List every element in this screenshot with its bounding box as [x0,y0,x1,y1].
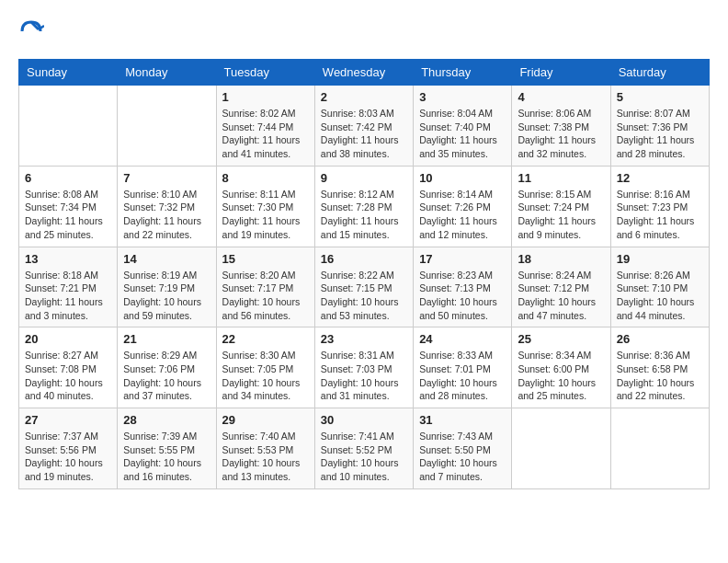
day-info: Sunrise: 8:15 AMSunset: 7:24 PMDaylight:… [518,188,604,242]
day-info: Sunrise: 8:31 AMSunset: 7:03 PMDaylight:… [321,349,407,403]
day-number: 2 [321,90,407,104]
calendar-cell: 15Sunrise: 8:20 AMSunset: 7:17 PMDayligh… [216,247,314,327]
calendar-cell: 22Sunrise: 8:30 AMSunset: 7:05 PMDayligh… [216,327,314,408]
day-number: 10 [419,171,506,185]
day-info: Sunrise: 8:03 AMSunset: 7:42 PMDaylight:… [321,107,407,161]
calendar-cell [610,408,709,489]
day-number: 7 [123,171,210,185]
day-info: Sunrise: 8:07 AMSunset: 7:36 PMDaylight:… [617,107,703,161]
calendar-cell: 5Sunrise: 8:07 AMSunset: 7:36 PMDaylight… [610,86,709,167]
weekday-header-monday: Monday [118,60,216,86]
calendar-cell: 25Sunrise: 8:34 AMSunset: 6:00 PMDayligh… [512,327,610,408]
day-info: Sunrise: 8:18 AMSunset: 7:21 PMDaylight:… [25,269,111,323]
weekday-header-wednesday: Wednesday [314,60,413,86]
calendar-cell: 23Sunrise: 8:31 AMSunset: 7:03 PMDayligh… [314,327,413,408]
page-header [18,18,710,44]
logo [18,18,48,44]
weekday-header-saturday: Saturday [610,60,709,86]
calendar-cell: 19Sunrise: 8:26 AMSunset: 7:10 PMDayligh… [610,247,709,327]
day-number: 29 [222,413,309,427]
day-info: Sunrise: 8:30 AMSunset: 7:05 PMDaylight:… [222,349,309,403]
calendar-cell: 16Sunrise: 8:22 AMSunset: 7:15 PMDayligh… [314,247,413,327]
weekday-header-thursday: Thursday [414,60,512,86]
calendar-cell: 2Sunrise: 8:03 AMSunset: 7:42 PMDaylight… [314,86,413,167]
day-info: Sunrise: 8:34 AMSunset: 6:00 PMDaylight:… [518,349,604,403]
day-number: 24 [419,332,506,346]
day-number: 26 [617,332,703,346]
logo-icon [18,18,44,44]
day-number: 20 [25,332,111,346]
calendar-cell: 14Sunrise: 8:19 AMSunset: 7:19 PMDayligh… [118,247,216,327]
day-info: Sunrise: 8:11 AMSunset: 7:30 PMDaylight:… [222,188,309,242]
day-number: 5 [617,90,703,104]
calendar-cell [118,86,216,167]
day-info: Sunrise: 7:43 AMSunset: 5:50 PMDaylight:… [419,430,506,484]
weekday-header-sunday: Sunday [19,60,118,86]
day-number: 14 [123,252,210,266]
day-info: Sunrise: 8:26 AMSunset: 7:10 PMDaylight:… [617,269,703,323]
calendar-cell: 26Sunrise: 8:36 AMSunset: 6:58 PMDayligh… [610,327,709,408]
day-number: 9 [321,171,407,185]
day-number: 30 [321,413,407,427]
day-info: Sunrise: 8:12 AMSunset: 7:28 PMDaylight:… [321,188,407,242]
day-info: Sunrise: 8:14 AMSunset: 7:26 PMDaylight:… [419,188,506,242]
calendar-cell: 11Sunrise: 8:15 AMSunset: 7:24 PMDayligh… [512,166,610,247]
day-info: Sunrise: 8:08 AMSunset: 7:34 PMDaylight:… [25,188,111,242]
day-number: 12 [617,171,703,185]
calendar-cell: 13Sunrise: 8:18 AMSunset: 7:21 PMDayligh… [19,247,118,327]
calendar-cell: 12Sunrise: 8:16 AMSunset: 7:23 PMDayligh… [610,166,709,247]
day-number: 6 [25,171,111,185]
day-number: 3 [419,90,506,104]
calendar-cell: 27Sunrise: 7:37 AMSunset: 5:56 PMDayligh… [19,408,118,489]
calendar-cell: 20Sunrise: 8:27 AMSunset: 7:08 PMDayligh… [19,327,118,408]
day-info: Sunrise: 8:10 AMSunset: 7:32 PMDaylight:… [123,188,210,242]
day-number: 4 [518,90,604,104]
day-number: 1 [222,90,309,104]
calendar-cell [19,86,118,167]
calendar-cell: 7Sunrise: 8:10 AMSunset: 7:32 PMDaylight… [118,166,216,247]
day-number: 13 [25,252,111,266]
day-info: Sunrise: 8:36 AMSunset: 6:58 PMDaylight:… [617,349,703,403]
calendar-cell: 21Sunrise: 8:29 AMSunset: 7:06 PMDayligh… [118,327,216,408]
calendar-cell: 30Sunrise: 7:41 AMSunset: 5:52 PMDayligh… [314,408,413,489]
day-number: 31 [419,413,506,427]
day-number: 18 [518,252,604,266]
day-info: Sunrise: 7:39 AMSunset: 5:55 PMDaylight:… [123,430,210,484]
calendar-cell [512,408,610,489]
day-info: Sunrise: 7:37 AMSunset: 5:56 PMDaylight:… [25,430,111,484]
day-number: 22 [222,332,309,346]
day-number: 8 [222,171,309,185]
day-info: Sunrise: 7:41 AMSunset: 5:52 PMDaylight:… [321,430,407,484]
day-number: 23 [321,332,407,346]
day-info: Sunrise: 8:27 AMSunset: 7:08 PMDaylight:… [25,349,111,403]
day-info: Sunrise: 8:20 AMSunset: 7:17 PMDaylight:… [222,269,309,323]
calendar-cell: 6Sunrise: 8:08 AMSunset: 7:34 PMDaylight… [19,166,118,247]
day-info: Sunrise: 8:29 AMSunset: 7:06 PMDaylight:… [123,349,210,403]
calendar-cell: 18Sunrise: 8:24 AMSunset: 7:12 PMDayligh… [512,247,610,327]
calendar-cell: 29Sunrise: 7:40 AMSunset: 5:53 PMDayligh… [216,408,314,489]
day-number: 28 [123,413,210,427]
day-info: Sunrise: 8:24 AMSunset: 7:12 PMDaylight:… [518,269,604,323]
day-info: Sunrise: 8:22 AMSunset: 7:15 PMDaylight:… [321,269,407,323]
calendar-cell: 1Sunrise: 8:02 AMSunset: 7:44 PMDaylight… [216,86,314,167]
calendar-cell: 8Sunrise: 8:11 AMSunset: 7:30 PMDaylight… [216,166,314,247]
day-info: Sunrise: 8:04 AMSunset: 7:40 PMDaylight:… [419,107,506,161]
day-info: Sunrise: 8:33 AMSunset: 7:01 PMDaylight:… [419,349,506,403]
calendar-cell: 3Sunrise: 8:04 AMSunset: 7:40 PMDaylight… [414,86,512,167]
calendar-cell: 24Sunrise: 8:33 AMSunset: 7:01 PMDayligh… [414,327,512,408]
calendar-table: SundayMondayTuesdayWednesdayThursdayFrid… [18,59,710,489]
day-number: 19 [617,252,703,266]
day-number: 11 [518,171,604,185]
day-info: Sunrise: 8:06 AMSunset: 7:38 PMDaylight:… [518,107,604,161]
day-info: Sunrise: 7:40 AMSunset: 5:53 PMDaylight:… [222,430,309,484]
calendar-cell: 10Sunrise: 8:14 AMSunset: 7:26 PMDayligh… [414,166,512,247]
calendar-cell: 9Sunrise: 8:12 AMSunset: 7:28 PMDaylight… [314,166,413,247]
day-info: Sunrise: 8:23 AMSunset: 7:13 PMDaylight:… [419,269,506,323]
day-number: 25 [518,332,604,346]
day-number: 15 [222,252,309,266]
calendar-cell: 28Sunrise: 7:39 AMSunset: 5:55 PMDayligh… [118,408,216,489]
weekday-header-tuesday: Tuesday [216,60,314,86]
weekday-header-friday: Friday [512,60,610,86]
day-number: 21 [123,332,210,346]
day-info: Sunrise: 8:02 AMSunset: 7:44 PMDaylight:… [222,107,309,161]
